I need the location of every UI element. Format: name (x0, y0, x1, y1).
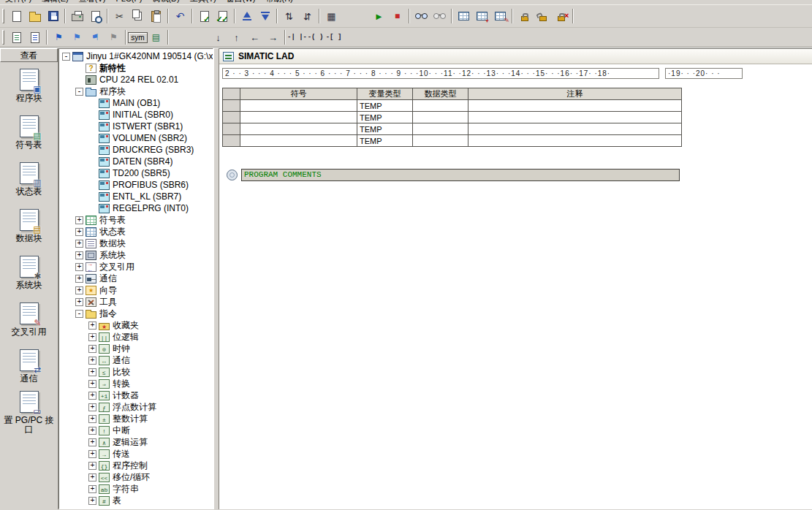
expand-toggle-icon[interactable]: + (75, 216, 83, 224)
single-read-button[interactable] (473, 8, 491, 25)
program-status-button[interactable] (412, 8, 430, 25)
tree-splitter[interactable] (213, 48, 219, 509)
tree-item-cross-reference[interactable]: +交叉引用 (59, 261, 213, 273)
tree-item-shift-rotate[interactable]: +移位/循环 (59, 471, 213, 483)
tree-item-string[interactable]: +字符串 (59, 483, 213, 495)
tree-item-initial-sbr0[interactable]: INITIAL (SBR0) (59, 109, 213, 121)
nav-item-cross-reference[interactable]: ✎交叉引用 (0, 296, 58, 343)
menu-item[interactable]: 帮助(H) (261, 0, 298, 4)
expand-toggle-icon[interactable]: + (88, 333, 96, 341)
toggle-pou-comments-button[interactable] (7, 29, 26, 46)
expand-toggle-icon[interactable]: + (88, 321, 96, 330)
var-cell-comment[interactable] (468, 112, 682, 123)
expand-toggle-icon[interactable]: + (88, 380, 96, 388)
tree-item-cpu[interactable]: CPU 224 REL 02.01 (59, 74, 213, 85)
unforce-all-button[interactable] (552, 8, 570, 25)
tree-item-float-math[interactable]: +浮点数计算 (59, 401, 213, 413)
var-cell-symbol[interactable] (240, 100, 357, 112)
tree-item-istwert-sbr1[interactable]: ISTWERT (SBR1) (59, 121, 213, 132)
tree-item-bit-logic[interactable]: +位逻辑 (59, 331, 213, 343)
menu-item[interactable]: 编辑(E) (37, 0, 74, 4)
tree-item-program-block[interactable]: -程序块 (59, 85, 213, 97)
var-cell-comment[interactable] (468, 135, 682, 147)
tree-item-program-control[interactable]: +程序控制 (59, 460, 213, 471)
menu-item[interactable]: 文件(F) (0, 0, 37, 4)
row-selector[interactable] (223, 112, 240, 123)
var-cell-data-type[interactable] (413, 123, 468, 135)
expand-toggle-icon[interactable]: + (88, 485, 96, 493)
var-cell-symbol[interactable] (240, 123, 357, 135)
expand-toggle-icon[interactable]: + (88, 450, 96, 458)
expand-toggle-icon[interactable]: + (75, 263, 83, 271)
tree-item-compare[interactable]: +比较 (59, 366, 213, 378)
expand-toggle-icon[interactable]: + (75, 275, 83, 283)
menu-item[interactable]: 窗口(W) (221, 0, 261, 4)
tree-item-integer-math[interactable]: +整数计算 (59, 413, 213, 425)
var-cell-var-type[interactable]: TEMP (357, 135, 413, 147)
tree-item-regelprg-int0[interactable]: REGELPRG (INT0) (59, 202, 213, 214)
chart-status-button[interactable] (455, 8, 473, 25)
tree-item-volumen-sbr2[interactable]: VOLUMEN (SBR2) (59, 132, 213, 144)
tree-item-clock[interactable]: +时钟 (59, 343, 213, 354)
var-cell-data-type[interactable] (413, 135, 468, 147)
tree-item-interrupt[interactable]: +中断 (59, 425, 213, 436)
tree-item-system-block[interactable]: +系统块 (59, 249, 213, 261)
tree-item-counters[interactable]: +计数器 (59, 389, 213, 401)
var-cell-var-type[interactable]: TEMP (357, 112, 413, 123)
var-cell-data-type[interactable] (413, 100, 468, 112)
expand-toggle-icon[interactable]: - (75, 310, 83, 318)
tree-item-profibus-sbr6[interactable]: PROFIBUS (SBR6) (59, 179, 213, 191)
nav-item-program-block[interactable]: ▣程序块 (0, 62, 58, 109)
cut-button[interactable]: ✂ (110, 8, 129, 25)
compile-button[interactable] (195, 8, 213, 25)
expand-toggle-icon[interactable]: + (88, 392, 96, 400)
toolbar-grip[interactable] (2, 30, 4, 45)
expand-toggle-icon[interactable]: + (88, 462, 96, 470)
new-project-button[interactable] (7, 8, 26, 25)
nav-item-pg-pc-interface[interactable]: ▭置 PG/PC 接口 (0, 389, 58, 436)
undo-button[interactable]: ↶ (171, 8, 189, 25)
tree-item-instructions[interactable]: -指令 (59, 308, 213, 319)
nav-item-status-chart[interactable]: ▥状态表 (0, 156, 58, 202)
expand-toggle-icon[interactable]: + (88, 438, 96, 446)
var-cell-comment[interactable] (468, 123, 682, 135)
nav-item-communications[interactable]: ⇄通信 (0, 343, 58, 389)
paste-button[interactable] (147, 8, 165, 25)
expand-toggle-icon[interactable]: + (88, 357, 96, 365)
tree-item-data-block[interactable]: +数据块 (59, 237, 213, 249)
menu-item[interactable]: 调试(D) (147, 0, 184, 4)
next-bookmark-button[interactable]: ⚑ (68, 29, 86, 46)
row-selector[interactable] (223, 100, 240, 112)
tree-item-main-ob1[interactable]: MAIN (OB1) (59, 97, 213, 109)
insert-line-left-button[interactable]: ← (246, 29, 264, 46)
expand-toggle-icon[interactable]: + (88, 345, 96, 353)
row-selector[interactable] (223, 135, 240, 147)
tree-item-wizards[interactable]: +向导 (59, 284, 213, 296)
expand-toggle-icon[interactable]: + (88, 497, 96, 505)
var-cell-var-type[interactable]: TEMP (357, 100, 413, 112)
var-cell-symbol[interactable] (240, 112, 357, 123)
tree-item-communications[interactable]: +通信 (59, 273, 213, 284)
toggle-bookmark-button[interactable]: ⚑ (50, 29, 68, 46)
print-button[interactable] (68, 8, 86, 25)
sort-ascending-button[interactable]: ⇅ (280, 8, 298, 25)
tree-item-tools[interactable]: +工具 (59, 296, 213, 308)
force-button[interactable] (515, 8, 534, 25)
expand-toggle-icon[interactable]: + (88, 427, 96, 435)
expand-toggle-icon[interactable]: + (75, 228, 83, 236)
insert-contact-button[interactable]: -| |- (288, 29, 306, 46)
project-tree[interactable]: -Jinyu 1#GK420NM 190514 (G:\x新特性CPU 224 … (58, 48, 213, 509)
row-selector[interactable] (223, 88, 240, 100)
expand-toggle-icon[interactable]: + (75, 298, 83, 306)
open-project-button[interactable] (26, 8, 44, 25)
symbol-info-table-button[interactable]: ▤ (147, 29, 165, 46)
tree-item-td200-sbr5[interactable]: TD200 (SBR5) (59, 167, 213, 179)
expand-toggle-icon[interactable]: + (88, 368, 96, 376)
tree-item-project[interactable]: -Jinyu 1#GK420NM 190514 (G:\x (59, 50, 213, 62)
copy-button[interactable] (129, 8, 147, 25)
tree-item-comm[interactable]: +通信 (59, 354, 213, 366)
tree-item-entl-kl-sbr7[interactable]: ENTL_KL (SBR7) (59, 191, 213, 202)
pause-program-status-button[interactable] (430, 8, 449, 25)
unforce-button[interactable] (534, 8, 552, 25)
expand-toggle-icon[interactable]: + (88, 415, 96, 423)
